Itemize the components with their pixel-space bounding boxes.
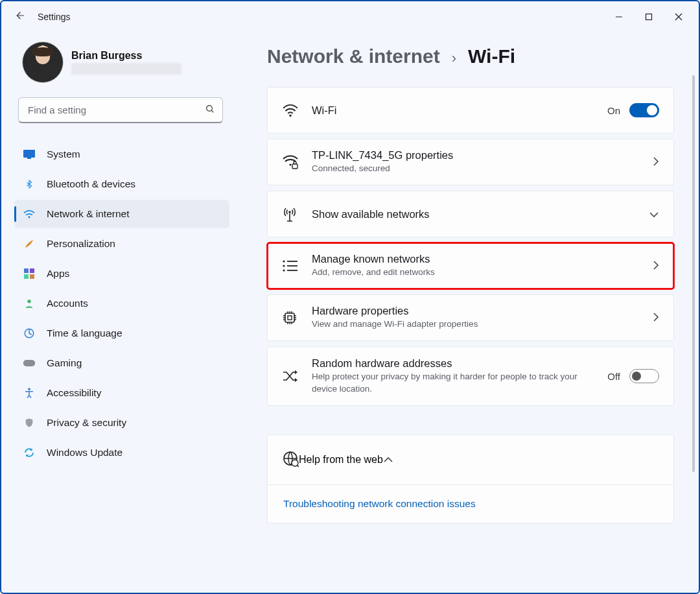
titlebar: Settings: [1, 1, 699, 32]
mouse-cursor-icon: [698, 322, 699, 336]
card-title: Hardware properties: [312, 305, 653, 317]
nav-list: System Bluetooth & devices Network & int…: [14, 140, 229, 467]
chevron-up-icon: [383, 454, 393, 465]
scrollbar[interactable]: [691, 75, 696, 584]
antenna-icon: [282, 206, 312, 222]
chevron-right-icon: ›: [452, 50, 456, 67]
svg-point-18: [289, 163, 291, 165]
search-input[interactable]: [18, 97, 223, 123]
help-link-troubleshooting[interactable]: Troubleshooting network connection issue…: [283, 498, 476, 509]
sidebar-item-time-language[interactable]: Time & language: [14, 319, 229, 348]
back-button[interactable]: [6, 10, 32, 24]
sidebar-item-label: Privacy & security: [47, 417, 126, 429]
sidebar-item-bluetooth[interactable]: Bluetooth & devices: [14, 170, 229, 198]
sidebar-item-label: Accounts: [47, 298, 88, 309]
chevron-right-icon: [653, 260, 659, 272]
sidebar-item-label: Time & language: [47, 327, 122, 339]
svg-point-20: [288, 211, 291, 213]
svg-rect-6: [23, 150, 35, 158]
svg-rect-27: [285, 313, 294, 322]
gamepad-icon: [22, 359, 36, 368]
sidebar-item-update[interactable]: Windows Update: [14, 438, 229, 467]
card-subtitle: Add, remove, and edit networks: [312, 267, 584, 278]
sidebar-item-gaming[interactable]: Gaming: [14, 349, 229, 377]
breadcrumb-parent[interactable]: Network & internet: [267, 45, 440, 67]
svg-rect-7: [27, 158, 31, 159]
sidebar: Brian Burgess System Bluetooth & devices…: [1, 32, 235, 593]
svg-point-8: [28, 216, 30, 218]
shield-icon: [22, 417, 36, 429]
sidebar-item-label: Apps: [47, 268, 69, 279]
card-subtitle: Help protect your privacy by making it h…: [312, 371, 584, 394]
card-title: TP-LINK_7434_5G properties: [312, 149, 653, 161]
svg-rect-15: [23, 360, 35, 366]
chip-icon: [282, 310, 312, 326]
scrollbar-thumb[interactable]: [692, 75, 695, 472]
svg-point-16: [28, 388, 30, 390]
svg-rect-1: [646, 14, 652, 20]
sidebar-item-label: Accessibility: [47, 387, 101, 399]
card-available-networks[interactable]: Show available networks: [267, 191, 674, 237]
sidebar-item-accessibility[interactable]: Accessibility: [14, 379, 229, 407]
card-hardware-properties[interactable]: Hardware properties View and manage Wi-F…: [267, 294, 674, 341]
svg-rect-12: [30, 274, 34, 279]
svg-rect-11: [24, 274, 29, 279]
card-wifi-toggle[interactable]: Wi-Fi On: [267, 87, 674, 134]
help-group: Help from the web Troubleshooting networ…: [267, 434, 674, 523]
sidebar-item-label: Network & internet: [47, 208, 130, 220]
help-from-web-header[interactable]: Help from the web: [267, 434, 674, 485]
help-link-row: Troubleshooting network connection issue…: [267, 485, 674, 523]
wifi-toggle[interactable]: [629, 103, 659, 117]
globe-help-icon: [282, 450, 299, 469]
grid-icon: [22, 268, 36, 279]
sidebar-item-system[interactable]: System: [14, 140, 229, 169]
card-manage-known-networks[interactable]: Manage known networks Add, remove, and e…: [267, 243, 674, 289]
bluetooth-icon: [22, 178, 36, 190]
card-subtitle: View and manage Wi-Fi adapter properties: [312, 318, 584, 330]
svg-point-21: [283, 260, 285, 262]
card-title: Random hardware addresses: [312, 357, 607, 370]
list-icon: [282, 259, 312, 272]
sidebar-item-network[interactable]: Network & internet: [14, 200, 229, 228]
toggle-state-label: Off: [607, 371, 620, 382]
avatar: [22, 42, 64, 83]
settings-card-list: Wi-Fi On TP-LINK_7434_5G properties Conn…: [267, 87, 694, 523]
sidebar-item-personalization[interactable]: Personalization: [14, 230, 229, 258]
sidebar-item-privacy[interactable]: Privacy & security: [14, 409, 229, 437]
user-name: Brian Burgess: [71, 50, 181, 62]
svg-line-5: [211, 110, 213, 112]
svg-rect-10: [30, 268, 34, 273]
sidebar-item-label: Windows Update: [47, 447, 122, 458]
brush-icon: [22, 238, 36, 250]
account-block[interactable]: Brian Burgess: [14, 42, 229, 83]
svg-point-17: [289, 114, 291, 116]
user-subline-redacted: [71, 63, 181, 75]
sidebar-item-accounts[interactable]: Accounts: [14, 289, 229, 318]
svg-rect-28: [288, 316, 292, 320]
card-random-hardware-addresses[interactable]: Random hardware addresses Help protect y…: [267, 346, 674, 406]
accessibility-icon: [22, 387, 36, 399]
card-title: Manage known networks: [312, 253, 653, 265]
chevron-right-icon: [653, 312, 659, 324]
breadcrumb: Network & internet › Wi-Fi: [267, 45, 694, 67]
breadcrumb-current: Wi-Fi: [468, 45, 515, 67]
svg-point-4: [207, 106, 213, 112]
card-network-properties[interactable]: TP-LINK_7434_5G properties Connected, se…: [267, 139, 674, 185]
window-maximize-button[interactable]: [634, 6, 664, 27]
search-container: [18, 97, 223, 123]
sidebar-item-label: Gaming: [47, 357, 82, 369]
random-hw-toggle[interactable]: [629, 369, 659, 383]
svg-point-13: [27, 300, 30, 303]
chevron-down-icon: [649, 209, 659, 220]
window-close-button[interactable]: [664, 6, 694, 27]
window-minimize-button[interactable]: [604, 6, 634, 27]
card-title: Show available networks: [312, 208, 649, 220]
card-title: Help from the web: [299, 454, 383, 466]
wifi-icon: [282, 103, 312, 117]
person-icon: [22, 298, 36, 309]
card-subtitle: Connected, secured: [312, 163, 584, 174]
monitor-icon: [22, 150, 36, 159]
app-title: Settings: [38, 12, 71, 22]
svg-rect-9: [24, 268, 29, 273]
sidebar-item-apps[interactable]: Apps: [14, 259, 229, 288]
